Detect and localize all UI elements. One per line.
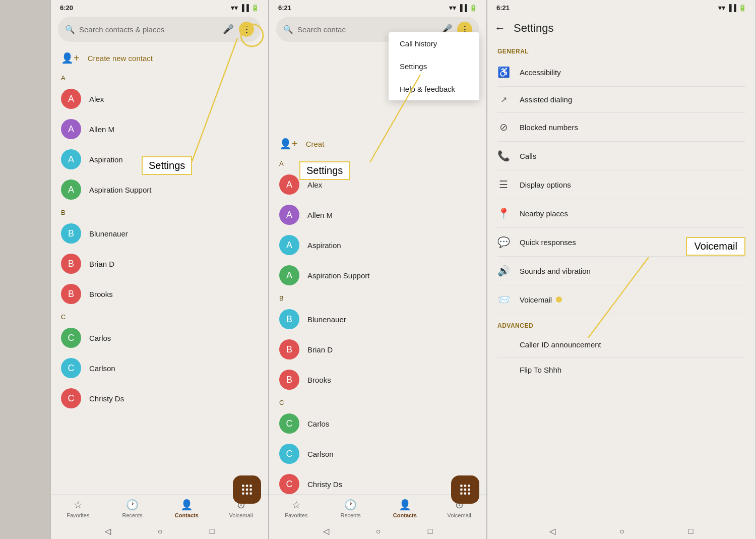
nav-favorites-1[interactable]: ☆ Favorites: [51, 499, 105, 518]
settings-sounds-vibration[interactable]: 🔊 Sounds and vibration: [487, 257, 755, 285]
contact-aspiration-support-1[interactable]: A Aspiration Support: [51, 174, 268, 205]
contact-carlson-2[interactable]: C Carlson: [269, 439, 486, 469]
settings-blocked-numbers[interactable]: ⊘ Blocked numbers: [487, 113, 755, 141]
dropdown-call-history[interactable]: Call history: [389, 32, 479, 55]
dial-fab-2[interactable]: [451, 475, 479, 504]
contact-name-brooks-1: Brooks: [89, 290, 113, 298]
settings-calls[interactable]: 📞 Calls: [487, 142, 755, 170]
contact-alex-1[interactable]: A Alex: [51, 84, 268, 114]
nav-contacts-2[interactable]: 👤 Contacts: [378, 499, 432, 518]
settings-caller-id[interactable]: Caller ID announcement: [487, 332, 755, 357]
create-contact-2[interactable]: 👤+ Creat: [269, 132, 486, 156]
contact-briand-2[interactable]: B Brian D: [269, 334, 486, 365]
settings-display-options[interactable]: ☰ Display options: [487, 170, 755, 199]
create-contact-label-1: Create new contact: [88, 54, 153, 63]
recents-btn-1[interactable]: □: [210, 527, 215, 536]
settings-header: ← Settings: [487, 14, 755, 40]
accessibility-label: Accessibility: [520, 68, 561, 77]
recents-btn-2[interactable]: □: [428, 527, 433, 536]
nav-recents-2[interactable]: 🕐 Recents: [324, 499, 378, 518]
recents-label-1: Recents: [122, 512, 142, 518]
dial-fab-1[interactable]: [233, 475, 261, 504]
blocked-numbers-label: Blocked numbers: [520, 123, 578, 132]
settings-list[interactable]: GENERAL ♿ Accessibility ↗ Assisted diali…: [487, 40, 755, 523]
contact-blunenauer-2[interactable]: B Blunenauer: [269, 304, 486, 334]
contact-brooks-2[interactable]: B Brooks: [269, 365, 486, 395]
section-advanced-header: ADVANCED: [487, 314, 755, 332]
home-btn-1[interactable]: ○: [158, 527, 163, 536]
contact-allenm-2[interactable]: A Allen M: [269, 200, 486, 230]
contacts-list-1[interactable]: 👤+ Create new contact A A Alex A Allen M…: [51, 46, 268, 494]
signal-icon: ▐▐: [240, 4, 249, 12]
contact-briand-1[interactable]: B Brian D: [51, 249, 268, 279]
contact-name-carlos-1: Carlos: [89, 334, 111, 342]
screen2: 6:21 ▾▾ ▐▐ 🔋 🔍 Search contac 🎤 ⋮ Call hi…: [269, 0, 487, 539]
contacts-icon-2: 👤: [399, 499, 411, 511]
voicemail-annotation-label: Voicemail: [686, 237, 745, 256]
nearby-places-icon: 📍: [497, 207, 510, 219]
home-indicator-1: ◁ ○ □: [51, 523, 268, 539]
search-text-1: Search contacts & places: [79, 25, 223, 34]
contact-name-blunenauer-2: Blunenauer: [307, 315, 346, 324]
contact-blunenauer-1[interactable]: B Blunenauer: [51, 218, 268, 249]
home-btn-3[interactable]: ○: [619, 527, 624, 536]
create-contact-1[interactable]: 👤+ Create new contact: [51, 46, 268, 70]
search-icon-2: 🔍: [283, 25, 293, 34]
wifi-icon-2: ▾▾: [449, 4, 456, 12]
settings-accessibility[interactable]: ♿ Accessibility: [487, 58, 755, 86]
avatar-briand-2: B: [279, 339, 299, 360]
avatar-aspirationsupport-1: A: [61, 179, 81, 200]
nav-contacts-1[interactable]: 👤 Contacts: [160, 499, 214, 518]
contact-name-aspiration-2: Aspiration: [307, 241, 341, 250]
back-btn-2[interactable]: ◁: [323, 526, 329, 536]
contact-allenm-1[interactable]: A Allen M: [51, 114, 268, 144]
contact-christyds-1[interactable]: C Christy Ds: [51, 383, 268, 413]
nav-favorites-2[interactable]: ☆ Favorites: [269, 499, 324, 518]
contact-aspiration-2[interactable]: A Aspiration: [269, 230, 486, 260]
settings-nearby-places[interactable]: 📍 Nearby places: [487, 199, 755, 227]
nav-recents-1[interactable]: 🕐 Recents: [105, 499, 160, 518]
svg-rect-2: [242, 485, 244, 487]
accessibility-icon: ♿: [497, 66, 510, 78]
search-icon-1: 🔍: [65, 25, 75, 34]
avatar-carlson-2: C: [279, 444, 299, 464]
avatar-brooks-2: B: [279, 370, 299, 390]
back-button[interactable]: ←: [494, 22, 506, 35]
back-btn-3[interactable]: ◁: [549, 526, 555, 536]
create-contact-icon-1: 👤+: [61, 52, 80, 64]
time-3: 6:21: [496, 4, 510, 12]
contact-name-brooks-2: Brooks: [307, 376, 331, 384]
mic-icon-1[interactable]: 🎤: [223, 24, 234, 35]
avatar-carlos-2: C: [279, 413, 299, 434]
status-bar-2: 6:21 ▾▾ ▐▐ 🔋: [269, 0, 486, 14]
home-indicator-3: ◁ ○ □: [487, 523, 755, 539]
contact-carlos-1[interactable]: C Carlos: [51, 323, 268, 353]
dropdown-help[interactable]: Help & feedback: [389, 78, 479, 100]
contact-brooks-1[interactable]: B Brooks: [51, 279, 268, 309]
contact-name-briand-1: Brian D: [89, 260, 114, 268]
assisted-dialing-label: Assisted dialing: [520, 95, 572, 104]
settings-flip-to-shhh[interactable]: Flip To Shhh: [487, 357, 755, 382]
home-btn-2[interactable]: ○: [376, 527, 381, 536]
contact-name-christyds-1: Christy Ds: [89, 394, 124, 403]
settings-assisted-dialing[interactable]: ↗ Assisted dialing: [487, 87, 755, 112]
recents-btn-3[interactable]: □: [688, 527, 694, 536]
contact-name-christyds-2: Christy Ds: [307, 480, 342, 489]
avatar-aspiration-1: A: [61, 149, 81, 169]
contact-carlos-2[interactable]: C Carlos: [269, 408, 486, 439]
back-btn-1[interactable]: ◁: [105, 526, 111, 536]
contact-aspiration-support-2[interactable]: A Aspiration Support: [269, 260, 486, 290]
settings-voicemail[interactable]: 📨 Voicemail: [487, 285, 755, 314]
svg-rect-17: [468, 489, 470, 491]
caller-id-label: Caller ID announcement: [520, 340, 601, 349]
search-bar-1[interactable]: 🔍 Search contacts & places 🎤 ⋮: [58, 17, 261, 42]
contact-carlson-1[interactable]: C Carlson: [51, 353, 268, 383]
voicemail-label-1: Voicemail: [229, 512, 253, 518]
contact-aspiration-1[interactable]: A Aspiration: [51, 144, 268, 174]
more-options-button-1[interactable]: ⋮: [239, 22, 254, 37]
dropdown-settings[interactable]: Settings: [389, 55, 479, 78]
dial-icon-2: [459, 483, 472, 496]
calls-label: Calls: [520, 152, 536, 160]
contacts-list-2[interactable]: 👤+ Creat A A Alex A Allen M A Aspiration…: [269, 132, 486, 494]
assisted-dialing-icon: ↗: [497, 95, 510, 104]
